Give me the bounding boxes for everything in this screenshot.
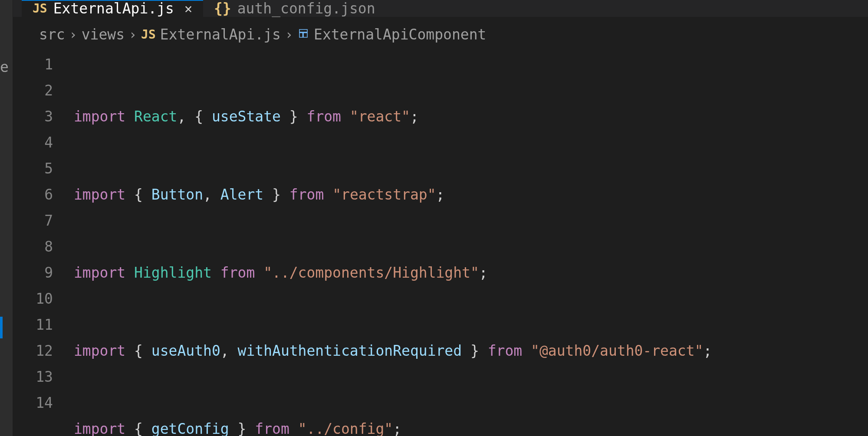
tab-label: auth_config.json bbox=[237, 0, 375, 17]
tab-bar: JS ExternalApi.js ✕ {} auth_config.json bbox=[0, 0, 868, 17]
json-file-icon: {} bbox=[214, 0, 231, 17]
chevron-right-icon: › bbox=[285, 27, 293, 42]
gutter-marker bbox=[0, 317, 3, 338]
code-line[interactable]: import Highlight from "../components/Hig… bbox=[74, 260, 868, 286]
breadcrumb-segment[interactable]: src bbox=[39, 26, 65, 43]
code-line[interactable]: import { useAuth0, withAuthenticationReq… bbox=[74, 338, 868, 364]
tab-label: ExternalApi.js bbox=[53, 0, 174, 17]
chevron-right-icon: › bbox=[129, 27, 137, 42]
editor-container: JS ExternalApi.js ✕ {} auth_config.json … bbox=[0, 0, 868, 436]
line-number-gutter: 1 2 3 4 5 6 7 8 9 10 11 12 13 14 bbox=[13, 52, 74, 436]
code-line[interactable]: import React, { useState } from "react"; bbox=[74, 104, 868, 130]
tab-auth-config[interactable]: {} auth_config.json bbox=[203, 0, 386, 17]
line-number: 13 bbox=[13, 364, 53, 390]
line-number: 2 bbox=[13, 78, 53, 104]
code-line[interactable]: import { getConfig } from "../config"; bbox=[74, 416, 868, 436]
line-number: 9 bbox=[13, 260, 53, 286]
line-number: 7 bbox=[13, 208, 53, 234]
line-number: 6 bbox=[13, 182, 53, 208]
code-area: 1 2 3 4 5 6 7 8 9 10 11 12 13 14 import … bbox=[0, 52, 868, 436]
activity-bar[interactable]: e bbox=[0, 0, 13, 436]
line-number: 14 bbox=[13, 390, 53, 416]
js-file-icon: JS bbox=[33, 1, 47, 16]
line-number: 8 bbox=[13, 234, 53, 260]
truncated-label: e bbox=[0, 59, 9, 75]
breadcrumb-segment[interactable]: ExternalApi.js bbox=[160, 26, 281, 43]
tab-external-api[interactable]: JS ExternalApi.js ✕ bbox=[22, 0, 203, 17]
code-line[interactable]: import { Button, Alert } from "reactstra… bbox=[74, 182, 868, 208]
breadcrumb-segment[interactable]: views bbox=[82, 26, 125, 43]
line-number: 12 bbox=[13, 338, 53, 364]
line-number: 10 bbox=[13, 286, 53, 312]
line-number: 11 bbox=[13, 312, 53, 338]
code-editor[interactable]: import React, { useState } from "react";… bbox=[74, 52, 868, 436]
breadcrumb-segment[interactable]: ExternalApiComponent bbox=[314, 26, 486, 43]
close-icon[interactable]: ✕ bbox=[184, 1, 192, 16]
breadcrumb[interactable]: src › views › JS ExternalApi.js › Extern… bbox=[0, 17, 868, 52]
chevron-right-icon: › bbox=[69, 27, 77, 42]
line-number: 3 bbox=[13, 104, 53, 130]
line-number: 1 bbox=[13, 52, 53, 78]
symbol-variable-icon bbox=[297, 28, 309, 41]
js-file-icon: JS bbox=[141, 27, 156, 42]
line-number: 5 bbox=[13, 156, 53, 182]
line-number: 4 bbox=[13, 130, 53, 156]
